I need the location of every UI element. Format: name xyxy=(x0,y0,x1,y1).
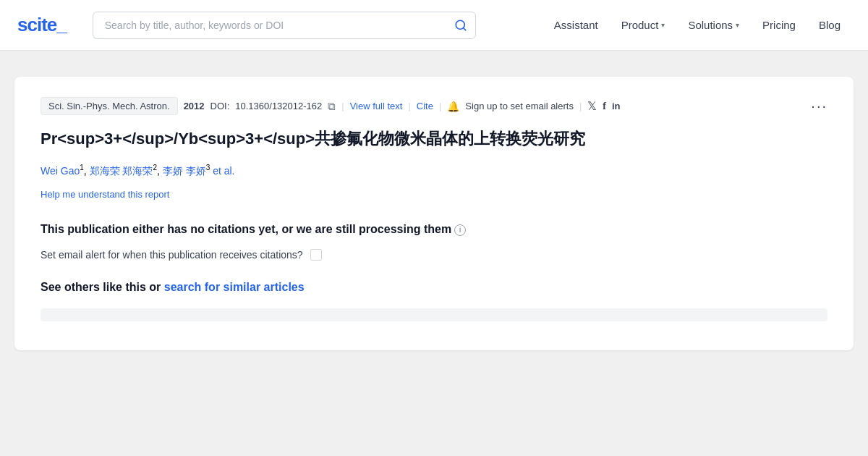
nav-item-blog[interactable]: Blog xyxy=(809,13,851,37)
twitter-icon[interactable]: 𝕏 xyxy=(587,99,597,113)
bell-icon: 🔔 xyxy=(447,101,459,112)
journal-badge: Sci. Sin.-Phys. Mech. Astron. xyxy=(41,97,178,115)
title-latin: Pr<sup>3+</sup>/Yb<sup>3+</sup> xyxy=(41,130,315,148)
page-background xyxy=(14,365,854,408)
pipe-4: | xyxy=(579,101,582,111)
nav-item-assistant[interactable]: Assistant xyxy=(544,13,608,37)
alert-text: Sign up to set email alerts xyxy=(465,101,574,111)
article-container: Sci. Sin.-Phys. Mech. Astron. 2012 DOI: … xyxy=(14,77,854,350)
publication-year: 2012 xyxy=(184,101,205,111)
linkedin-icon[interactable]: in xyxy=(612,101,621,111)
pipe-3: | xyxy=(439,101,441,111)
citation-notice: This publication either has no citations… xyxy=(41,223,827,236)
et-al-link[interactable]: et al. xyxy=(213,164,234,176)
help-link[interactable]: Help me understand this report xyxy=(41,189,169,200)
bottom-bar xyxy=(41,308,827,321)
doi-copy-icon[interactable]: ⧉ xyxy=(328,100,336,113)
product-chevron-icon: ▾ xyxy=(661,21,665,29)
title-chinese: 共掺氟化物微米晶体的上转换荧光研究 xyxy=(315,130,585,148)
solutions-chevron-icon: ▾ xyxy=(736,21,739,29)
email-alert-checkbox[interactable] xyxy=(310,249,322,261)
see-others: See others like this or search for simil… xyxy=(41,281,827,294)
svg-line-1 xyxy=(463,28,465,30)
social-icons: 𝕏 f in xyxy=(587,99,620,113)
email-alert-row: Set email alert for when this publicatio… xyxy=(41,249,827,261)
author-3-link[interactable]: 李娇 李娇 xyxy=(163,164,206,176)
nav-item-solutions[interactable]: Solutions ▾ xyxy=(678,13,749,37)
search-icon xyxy=(454,19,467,32)
cite-link[interactable]: Cite xyxy=(417,101,433,111)
email-alert-text: Set email alert for when this publicatio… xyxy=(41,249,303,261)
meta-row: Sci. Sin.-Phys. Mech. Astron. 2012 DOI: … xyxy=(41,97,827,115)
nav-item-product[interactable]: Product ▾ xyxy=(611,13,676,37)
article-title: Pr<sup>3+</sup>/Yb<sup>3+</sup>共掺氟化物微米晶体… xyxy=(41,128,827,151)
pipe-2: | xyxy=(408,101,410,111)
doi-label: DOI: xyxy=(210,101,230,111)
doi-value: 10.1360/132012-162 xyxy=(235,101,322,111)
author-1-sup: 1 xyxy=(80,164,84,172)
facebook-icon[interactable]: f xyxy=(603,101,606,112)
view-full-text-link[interactable]: View full text xyxy=(350,101,403,111)
header: scite_ Assistant Product ▾ Solutions ▾ P… xyxy=(0,0,868,51)
author-1-link[interactable]: Wei Gao xyxy=(41,164,80,176)
authors: Wei Gao1, 郑海荣 郑海荣2, 李娇 李娇3 et al. xyxy=(41,162,827,179)
author-2-link[interactable]: 郑海荣 郑海荣 xyxy=(90,164,153,176)
nav-item-pricing[interactable]: Pricing xyxy=(752,13,806,37)
search-similar-link[interactable]: search for similar articles xyxy=(164,281,305,293)
info-icon: i xyxy=(454,224,466,236)
author-3-sup: 3 xyxy=(206,164,210,172)
main-nav: Assistant Product ▾ Solutions ▾ Pricing … xyxy=(544,13,851,37)
logo[interactable]: scite_ xyxy=(17,14,67,36)
search-input[interactable] xyxy=(93,12,476,39)
pipe-1: | xyxy=(341,101,344,111)
author-2-sup: 2 xyxy=(153,164,157,172)
search-button[interactable] xyxy=(454,19,467,32)
more-options-icon[interactable]: ··· xyxy=(811,98,827,114)
search-bar xyxy=(93,12,476,39)
